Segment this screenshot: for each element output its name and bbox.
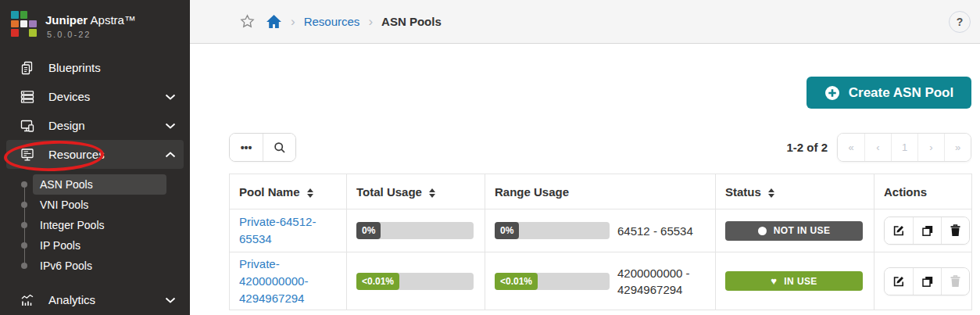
sidebar-item-design[interactable]: Design: [0, 111, 190, 140]
submenu-dot-icon: [21, 242, 27, 249]
circle-icon: [758, 227, 767, 235]
chevron-down-icon: [165, 123, 176, 129]
devices-icon: [20, 89, 35, 105]
table-row: Private-64512-65534 0% 0%: [230, 209, 972, 252]
total-usage-bar: <0.01%: [356, 273, 474, 290]
prev-page-button[interactable]: ‹: [864, 134, 891, 161]
chevron-down-icon: [165, 297, 176, 303]
table-row: Private-4200000000-4294967294 <0.01% <0.…: [230, 252, 972, 310]
sidebar-item-label: Devices: [48, 90, 90, 103]
app-window: Juniper Apstra™ 5.0.0-22 Blueprints Devi…: [0, 0, 980, 315]
app-title-secondary: Apstra™: [91, 13, 136, 27]
last-page-button[interactable]: »: [944, 134, 971, 161]
juniper-logo-icon: [11, 11, 37, 37]
trash-icon: [950, 275, 961, 288]
sidebar-subitem-label: VNI Pools: [40, 199, 88, 211]
column-header-total-usage[interactable]: Total Usage: [347, 174, 485, 209]
edit-icon: [892, 224, 905, 237]
app-version: 5.0.0-22: [47, 30, 136, 39]
home-icon[interactable]: [266, 14, 282, 29]
range-values: 4200000000 - 4294967294: [617, 265, 706, 298]
status-cell: ♥ IN USE: [716, 252, 874, 310]
breadcrumb-separator-icon: ›: [368, 14, 373, 30]
search-button[interactable]: [263, 134, 295, 161]
app-title-primary: Juniper: [45, 13, 88, 27]
edit-button[interactable]: [885, 268, 913, 295]
submenu-dot-icon: [21, 222, 27, 228]
status-badge: NOT IN USE: [725, 221, 863, 241]
sidebar-item-asn-pools[interactable]: ASN Pools: [33, 174, 166, 195]
status-label: IN USE: [784, 276, 817, 287]
clone-button[interactable]: [913, 217, 941, 244]
edit-icon: [892, 275, 905, 288]
pool-name-link[interactable]: Private-4200000000-4294967294: [239, 257, 308, 305]
brand-text: Juniper Apstra™ 5.0.0-22: [45, 11, 136, 39]
actions-cell: [874, 252, 972, 310]
column-label: Pool Name: [239, 185, 300, 199]
submenu-dot-icon: [21, 263, 27, 269]
more-options-button[interactable]: •••: [230, 134, 263, 161]
trash-icon: [950, 224, 961, 237]
clone-button[interactable]: [913, 268, 941, 295]
create-asn-pool-label: Create ASN Pool: [849, 85, 953, 101]
status-badge: ♥ IN USE: [725, 271, 863, 291]
first-page-button[interactable]: «: [838, 134, 864, 161]
help-button[interactable]: ?: [949, 11, 971, 33]
current-page-button[interactable]: 1: [891, 134, 917, 161]
pool-name-cell: Private-4200000000-4294967294: [230, 252, 347, 310]
column-header-range-usage: Range Usage: [485, 174, 716, 209]
breadcrumb-link-resources[interactable]: Resources: [304, 15, 360, 28]
row-actions-group: [884, 217, 970, 245]
column-header-status[interactable]: Status: [716, 174, 874, 209]
sort-icon: [307, 188, 313, 198]
sidebar-item-ip-pools[interactable]: IP Pools: [33, 235, 166, 256]
edit-button[interactable]: [885, 217, 913, 244]
column-header-actions: Actions: [874, 174, 972, 209]
sidebar-item-label: Design: [48, 119, 85, 132]
content-area: Create ASN Pool ••• 1-2 of 2 « ‹ 1 ›: [190, 44, 980, 315]
sidebar-item-resources[interactable]: Resources: [6, 140, 184, 169]
design-icon: [20, 118, 35, 134]
column-header-pool-name[interactable]: Pool Name: [230, 174, 347, 209]
sidebar-item-analytics[interactable]: Analytics: [0, 285, 190, 314]
asn-pools-table: Pool Name Total Usage Range Usage Status: [229, 174, 972, 310]
column-label: Range Usage: [495, 185, 569, 199]
status-label: NOT IN USE: [774, 225, 831, 236]
range-values: 64512 - 65534: [617, 223, 693, 239]
next-page-button[interactable]: ›: [917, 134, 944, 161]
sidebar-item-vni-pools[interactable]: VNI Pools: [33, 195, 166, 215]
sidebar-item-devices[interactable]: Devices: [0, 82, 190, 111]
analytics-icon: [20, 292, 35, 308]
range-usage-cell: 0% 64512 - 65534: [485, 209, 716, 252]
sidebar-item-label: Blueprints: [48, 61, 101, 74]
delete-button[interactable]: [941, 217, 969, 244]
submenu-dot-icon: [21, 202, 27, 208]
sidebar-item-blueprints[interactable]: Blueprints: [0, 53, 190, 82]
sort-icon: [768, 188, 774, 198]
actions-cell: [874, 209, 972, 252]
total-usage-cell: <0.01%: [347, 252, 485, 310]
sidebar-item-label: Analytics: [48, 293, 95, 306]
delete-button-disabled: [941, 268, 969, 295]
breadcrumb-current-page: ASN Pools: [381, 15, 442, 28]
pool-name-link[interactable]: Private-64512-65534: [239, 215, 316, 245]
breadcrumb-bar: › Resources › ASN Pools ?: [190, 0, 980, 44]
column-label: Actions: [884, 185, 927, 199]
sidebar-nav: Blueprints Devices Design: [0, 53, 190, 314]
pagination-controls: « ‹ 1 › »: [837, 133, 971, 162]
sidebar-subitem-label: IPv6 Pools: [40, 260, 92, 272]
pagination-summary: 1-2 of 2: [786, 141, 828, 154]
total-usage-cell: 0%: [347, 209, 485, 252]
sidebar-item-ipv6-pools[interactable]: IPv6 Pools: [33, 256, 166, 276]
chevron-up-icon: [165, 152, 176, 158]
submenu-dot-icon: [21, 181, 27, 188]
table-controls: ••• 1-2 of 2 « ‹ 1 › »: [229, 133, 971, 162]
sidebar-item-integer-pools[interactable]: Integer Pools: [33, 215, 166, 235]
usage-percent-badge: 0%: [495, 222, 519, 239]
chevron-down-icon: [165, 94, 176, 100]
range-usage-bar: <0.01%: [495, 273, 610, 290]
breadcrumb-separator-icon: ›: [291, 14, 295, 30]
create-asn-pool-button[interactable]: Create ASN Pool: [807, 77, 971, 109]
favorite-star-icon[interactable]: [240, 14, 255, 29]
copy-icon: [921, 275, 934, 288]
